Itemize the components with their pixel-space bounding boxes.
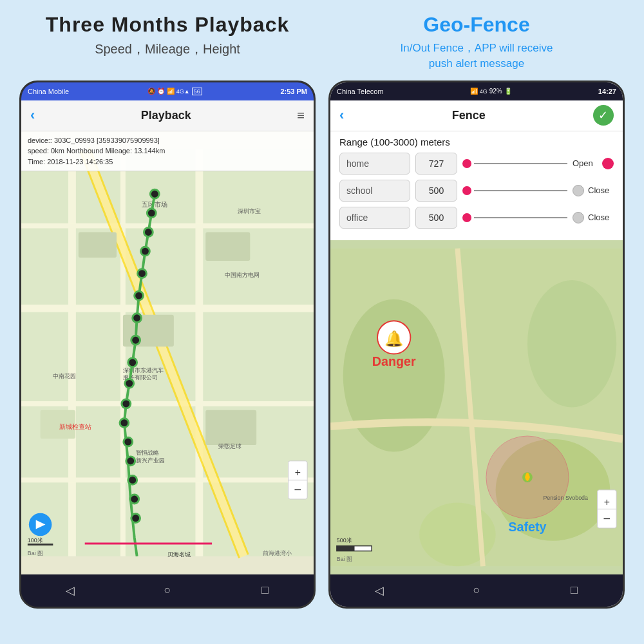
svg-point-28 [144,227,153,236]
fence-map-svg: 🔔 Danger Safety 500米 Bai 图 Pension Svobo… [330,240,623,574]
titles-row: Three Months Playback Speed，Mileage，Heig… [13,13,631,71]
svg-rect-13 [205,232,250,260]
playback-nav-home[interactable]: ○ [155,583,180,597]
fence-panel: Range (100-3000) meters Open [330,131,623,240]
fence-name-home[interactable] [339,153,410,175]
fence-row-school: Close [339,180,614,202]
geo-subheading: In/Out Fence，APP will receive push alert… [322,41,631,71]
svg-text:100米: 100米 [28,537,43,544]
playback-menu-icon[interactable]: ≡ [297,108,305,123]
toggle-label-office: Close [588,213,614,222]
svg-point-30 [138,269,147,278]
fence-bottom-bar: ◁ ○ □ [330,574,623,607]
svg-text:前海港湾小: 前海港湾小 [263,549,292,556]
playback-status-icons: 🔕 ⏰ 📶 4G▲ 56 [147,88,202,95]
left-section-title: Three Months Playback Speed，Mileage，Heig… [13,13,322,71]
slider-dot-office [462,213,471,222]
toggle-dot-office [573,212,584,223]
fence-nav-recent[interactable]: □ [561,583,587,597]
svg-point-42 [131,513,140,522]
playback-nav-recent[interactable]: □ [252,583,278,597]
playback-back-button[interactable]: ‹ [30,107,35,124]
fence-slider-school[interactable] [462,186,567,195]
playback-time: 2:53 PM [280,88,307,95]
fence-value-office[interactable] [415,207,457,229]
info-line3: Time: 2018-11-23 14:26:35 [28,156,307,167]
toggle-dot-school [573,185,584,196]
svg-text:智恒战略: 智恒战略 [136,450,159,456]
svg-text:新城检查站: 新城检查站 [59,423,91,430]
fence-nav-home[interactable]: ○ [464,583,489,597]
fence-nav-back[interactable]: ◁ [366,583,392,598]
fence-toggle-school[interactable]: Close [573,185,614,196]
network-tag: 56 [192,88,202,95]
slider-dot-home [462,159,471,168]
fence-name-office[interactable] [339,207,410,229]
svg-text:Danger: Danger [372,354,416,368]
signal-icon: 4G▲ [176,88,190,95]
svg-point-29 [141,247,150,256]
fence-status-icons: 📶 4G 92% 🔋 [470,88,512,95]
svg-point-40 [128,475,137,484]
svg-rect-51 [28,544,53,545]
svg-point-36 [122,399,131,408]
svg-text:中南花园: 中南花园 [53,373,76,379]
fence-map-area: 🔔 Danger Safety 500米 Bai 图 Pension Svobo… [330,240,623,574]
right-section-title: Geo-Fence In/Out Fence，APP will receive … [322,13,631,71]
svg-text:+: + [295,467,301,478]
fence-back-button[interactable]: ‹ [339,107,344,124]
svg-text:Bai 图: Bai 图 [337,556,352,562]
fence-toggle-office[interactable]: Close [573,212,614,223]
svg-text:Safety: Safety [508,520,546,534]
check-icon: ✓ [598,108,608,122]
fence-slider-office[interactable] [462,213,567,222]
svg-point-31 [135,291,144,300]
phones-row: China Mobile 🔕 ⏰ 📶 4G▲ 56 2:53 PM ‹ Play… [13,80,631,609]
svg-text:深圳市东港汽车: 深圳市东港汽车 [123,366,164,373]
svg-text:🔔: 🔔 [384,329,404,347]
playback-map-area: device:: 303C_09993 [359339075909993] sp… [21,131,314,574]
fence-carrier: China Telecom [337,88,384,95]
svg-text:贝海名城: 贝海名城 [167,551,191,557]
fence-toggle-home[interactable]: Open [573,158,614,169]
toggle-label-home: Open [573,158,598,168]
alarm-icon: ⏰ [157,88,165,95]
playback-heading: Three Months Playback [13,13,322,37]
playback-bottom-bar: ◁ ○ □ [21,574,314,607]
toggle-dot-home [602,158,614,169]
playback-info-box: device:: 303C_09993 [359339075909993] sp… [21,131,314,172]
playback-nav-back[interactable]: ◁ [57,583,83,598]
svg-rect-67 [337,545,355,551]
fence-phone: China Telecom 📶 4G 92% 🔋 14:27 ‹ Fence ✓ [328,80,625,609]
fence-battery-icon: 🔋 [504,88,512,95]
fence-value-home[interactable] [415,153,457,175]
svg-point-33 [131,336,140,345]
slider-line-office [474,217,567,218]
svg-point-41 [130,495,139,504]
playback-map-svg: 五区市场 中国南方电网 深圳市宝 新城检查站 深圳市东港汽车 服务有限公司 荣熙… [21,131,314,574]
svg-point-35 [125,379,134,388]
toggle-label-school: Close [588,185,614,195]
svg-rect-14 [205,410,256,444]
fence-value-school[interactable] [415,180,457,202]
svg-point-34 [128,357,137,366]
fence-row-office: Close [339,207,614,229]
fence-slider-home[interactable] [462,159,567,168]
slider-line-school [474,190,567,191]
svg-point-27 [147,209,156,218]
svg-text:+: + [604,497,610,507]
svg-text:Pension Svoboda: Pension Svoboda [543,494,588,500]
fence-app-header: ‹ Fence ✓ [330,100,623,131]
fence-name-school[interactable] [339,180,410,202]
geo-heading: Geo-Fence [322,13,631,37]
playback-status-bar: China Mobile 🔕 ⏰ 📶 4G▲ 56 2:53 PM [21,82,314,100]
svg-text:荣熙足球: 荣熙足球 [218,443,242,450]
mute-icon: 🔕 [147,88,155,95]
fence-4g: 4G [480,88,488,95]
fence-check-button[interactable]: ✓ [593,105,614,126]
svg-text:−: − [603,511,611,526]
playback-phone: China Mobile 🔕 ⏰ 📶 4G▲ 56 2:53 PM ‹ Play… [19,80,316,609]
svg-point-39 [126,456,135,465]
svg-text:新兴产业园: 新兴产业园 [136,457,165,463]
fence-title: Fence [452,109,486,122]
